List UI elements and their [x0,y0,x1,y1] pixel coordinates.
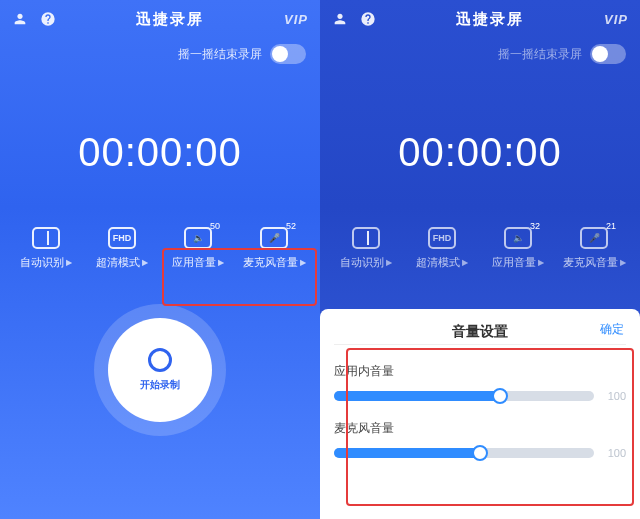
screen-right: 迅捷录屏 VIP 摇一摇结束录屏 00:00:00 自动识别▶ FHD 超清模式… [320,0,640,519]
fhd-icon: FHD [108,227,136,249]
mic-icon: 🎤 [260,227,288,249]
volume-sheet: 音量设置 确定 应用内音量 100 麦克风音量 100 [320,309,640,519]
user-icon[interactable] [12,11,28,27]
sheet-title: 音量设置 [452,323,508,341]
app-title: 迅捷录屏 [456,10,524,29]
options-row: 自动识别▶ FHD 超清模式▶ 🔈 32 应用音量▶ 🎤 21 麦克风音量▶ [320,227,640,270]
timer: 00:00:00 [398,130,562,175]
vip-badge[interactable]: VIP [604,12,628,27]
app-volume-slider[interactable] [334,391,594,401]
mic-volume-badge: 21 [606,221,616,231]
mic-icon: 🎤 [580,227,608,249]
timer: 00:00:00 [78,130,242,175]
help-icon[interactable] [360,11,376,27]
option-app-volume[interactable]: 🔈 50 应用音量▶ [160,227,236,270]
option-app-volume[interactable]: 🔈 32 应用音量▶ [480,227,556,270]
shake-label: 摇一摇结束录屏 [178,46,262,63]
slider-label: 麦克风音量 [334,420,626,437]
option-quality[interactable]: FHD 超清模式▶ [404,227,480,270]
shake-row: 摇一摇结束录屏 [320,38,640,70]
mic-volume-slider[interactable] [334,448,594,458]
shake-toggle[interactable] [590,44,626,64]
app-title: 迅捷录屏 [136,10,204,29]
orientation-icon [32,227,60,249]
slider-max: 100 [602,447,626,459]
option-quality[interactable]: FHD 超清模式▶ [84,227,160,270]
record-icon [148,348,172,372]
shake-toggle[interactable] [270,44,306,64]
record-button[interactable]: 开始录制 [108,318,212,422]
slider-label: 应用内音量 [334,363,626,380]
app-volume-badge: 32 [530,221,540,231]
record-label: 开始录制 [140,378,180,392]
header: 迅捷录屏 VIP [0,0,320,38]
option-mic-volume[interactable]: 🎤 52 麦克风音量▶ [236,227,312,270]
fhd-icon: FHD [428,227,456,249]
vip-badge[interactable]: VIP [284,12,308,27]
options-row: 自动识别▶ FHD 超清模式▶ 🔈 50 应用音量▶ 🎤 52 麦克风音量▶ [0,227,320,270]
screen-left: 迅捷录屏 VIP 摇一摇结束录屏 00:00:00 自动识别▶ FHD 超清模式… [0,0,320,519]
option-orientation[interactable]: 自动识别▶ [8,227,84,270]
option-orientation[interactable]: 自动识别▶ [328,227,404,270]
sheet-confirm-button[interactable]: 确定 [600,321,624,338]
shake-label: 摇一摇结束录屏 [498,46,582,63]
option-mic-volume[interactable]: 🎤 21 麦克风音量▶ [556,227,632,270]
slider-mic-volume: 麦克风音量 100 [334,420,626,459]
slider-max: 100 [602,390,626,402]
mic-volume-badge: 52 [286,221,296,231]
volume-icon: 🔈 [184,227,212,249]
header: 迅捷录屏 VIP [320,0,640,38]
user-icon[interactable] [332,11,348,27]
shake-row: 摇一摇结束录屏 [0,38,320,70]
help-icon[interactable] [40,11,56,27]
volume-icon: 🔈 [504,227,532,249]
slider-app-volume: 应用内音量 100 [334,363,626,402]
orientation-icon [352,227,380,249]
app-volume-badge: 50 [210,221,220,231]
